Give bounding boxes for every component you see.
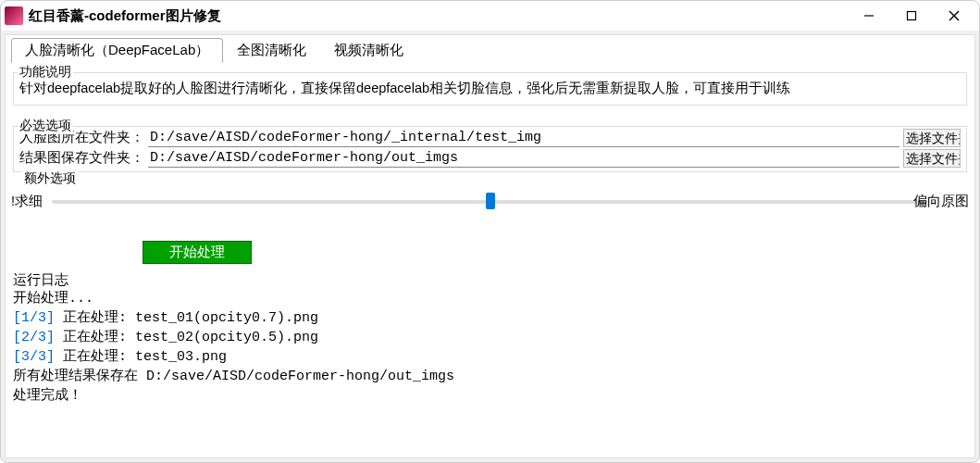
log-output: 开始处理... [1/3] 正在处理: test_01(opcity0.7).p… [13,289,967,452]
minimize-icon [863,10,875,21]
slider-left-label: !求细 [11,193,43,210]
close-button[interactable] [933,3,975,29]
app-icon [5,6,23,25]
output-folder-row: 结果图保存文件夹： 选择文件夹 [19,149,961,168]
fidelity-slider-row: !求细 偏向原图 [15,187,965,217]
log-counter: [3/3] [13,349,55,365]
tab-body: 功能说明 针对deepfacelab提取好的人脸图进行清晰化，直接保留deepf… [7,63,973,456]
spacer [13,113,967,126]
maximize-icon [906,10,917,21]
output-folder-browse-button[interactable]: 选择文件夹 [903,149,961,168]
log-line: 开始处理... [13,291,93,307]
slider-thumb[interactable] [486,193,495,209]
slider-right-label: 偏向原图 [913,193,969,210]
output-folder-field[interactable] [148,149,899,168]
output-folder-label: 结果图保存文件夹： [19,149,144,167]
extra-options-legend: 额外选项 [22,170,78,187]
process-button-row: 开始处理 [13,241,967,264]
required-legend: 必选选项 [18,118,73,134]
tab-bar: 人脸清晰化（DeepFaceLab） 全图清晰化 视频清晰化 [7,37,973,63]
fidelity-slider[interactable] [52,200,928,204]
titlebar: 红目香薰-codeformer图片修复 [1,1,979,31]
svg-rect-1 [908,12,916,20]
maximize-button[interactable] [890,3,933,29]
tab-video-enhance[interactable]: 视频清晰化 [320,38,417,63]
minimize-button[interactable] [848,3,890,29]
description-legend: 功能说明 [18,64,73,81]
extra-options-group: 额外选项 !求细 偏向原图 [13,180,967,233]
tab-full-enhance[interactable]: 全图清晰化 [223,38,320,63]
close-icon [949,10,960,21]
start-process-button[interactable]: 开始处理 [143,241,252,264]
tab-face-enhance[interactable]: 人脸清晰化（DeepFaceLab） [11,38,223,63]
input-folder-row: 人脸图所在文件夹： 选择文件夹 [19,129,961,147]
log-line: 正在处理: test_03.png [55,349,227,365]
log-counter: [2/3] [13,330,55,345]
log-line: 正在处理: test_01(opcity0.7).png [55,310,318,326]
log-line: 处理完成！ [13,388,82,404]
log-line: 正在处理: test_02(opcity0.5).png [55,330,318,345]
log-label: 运行日志 [13,271,967,289]
description-group: 功能说明 针对deepfacelab提取好的人脸图进行清晰化，直接保留deepf… [13,72,967,106]
log-line: 所有处理结果保存在 D:/save/AISD/codeFormer-hong/o… [13,369,454,384]
window-controls [848,3,975,29]
content-area: 人脸清晰化（DeepFaceLab） 全图清晰化 视频清晰化 功能说明 针对de… [5,34,975,458]
window-title: 红目香薰-codeformer图片修复 [29,7,848,25]
app-window: 红目香薰-codeformer图片修复 人脸清晰化（DeepFaceLab） 全… [0,0,980,463]
required-group: 必选选项 人脸图所在文件夹： 选择文件夹 结果图保存文件夹： 选择文件夹 [13,126,967,172]
description-text: 针对deepfacelab提取好的人脸图进行清晰化，直接保留deepfacela… [19,77,961,99]
input-folder-browse-button[interactable]: 选择文件夹 [903,129,961,147]
log-counter: [1/3] [13,310,55,326]
input-folder-field[interactable] [148,129,899,147]
